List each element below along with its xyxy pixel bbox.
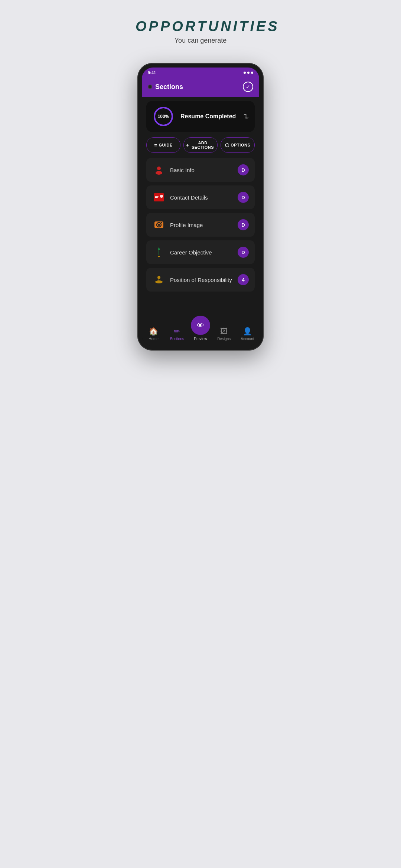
status-icons (244, 72, 253, 74)
phone-screen: 9:41 Sections ✓ (142, 68, 259, 346)
progress-card: 100% Resume Completed ⇅ (146, 101, 255, 132)
add-sections-button[interactable]: + ADD SECTIONS (183, 137, 218, 153)
svg-point-15 (157, 276, 160, 279)
guide-button[interactable]: ≡ GUIDE (146, 137, 180, 153)
section-item-profile-image[interactable]: Profile Image D (146, 213, 255, 237)
preview-eye-icon: 👁 (197, 321, 204, 330)
career-objective-badge: D (238, 247, 249, 258)
home-label: Home (149, 337, 159, 341)
preview-label: Preview (194, 337, 207, 341)
account-label: Account (241, 337, 254, 341)
position-responsibility-icon (152, 273, 166, 286)
progress-circle: 100% (152, 105, 175, 128)
header-left: Sections (148, 83, 183, 91)
add-icon: + (186, 142, 189, 148)
nav-home[interactable]: 🏠 Home (142, 327, 165, 341)
sort-icon[interactable]: ⇅ (243, 112, 249, 121)
career-objective-icon (152, 246, 166, 259)
nav-designs[interactable]: 🖼 Designs (212, 327, 236, 341)
position-responsibility-badge: 4 (238, 274, 249, 285)
section-item-career-objective[interactable]: Career Objective D (146, 240, 255, 264)
check-icon: ✓ (246, 84, 250, 90)
preview-button[interactable]: 👁 (191, 316, 210, 335)
options-button[interactable]: ⬡ OPTIONS (221, 137, 255, 153)
basic-info-badge: D (238, 164, 249, 175)
svg-point-10 (158, 224, 160, 226)
camera-dot (148, 85, 152, 89)
position-responsibility-label: Position of Responsibility (170, 277, 238, 283)
status-bar: 9:41 (142, 68, 259, 78)
add-sections-label: ADD SECTIONS (190, 141, 215, 149)
career-objective-label: Career Objective (170, 249, 238, 256)
guide-icon: ≡ (154, 142, 157, 148)
basic-info-icon (152, 163, 166, 177)
battery-icon (251, 72, 253, 74)
svg-point-3 (156, 171, 162, 175)
nav-account[interactable]: 👤 Account (236, 327, 259, 341)
svg-point-16 (155, 280, 163, 283)
progress-label: Resume Completed (180, 113, 237, 120)
guide-label: GUIDE (159, 143, 172, 147)
nav-preview[interactable]: 👁 Preview (189, 323, 212, 341)
home-icon: 🏠 (149, 327, 158, 336)
account-icon: 👤 (243, 327, 252, 336)
page-wrapper: OPPORTUNITIES You can generate 9:41 Sect… (128, 7, 273, 351)
contact-details-badge: D (238, 192, 249, 203)
bottom-nav: 🏠 Home ✏ Sections 👁 Preview 🖼 Designs (142, 320, 259, 346)
profile-image-icon (152, 218, 166, 231)
section-item-contact-details[interactable]: Contact Details D (146, 185, 255, 209)
contact-details-label: Contact Details (170, 194, 238, 201)
status-time: 9:41 (148, 70, 156, 75)
svg-point-7 (160, 195, 163, 198)
svg-rect-6 (155, 197, 158, 198)
app-header: Sections ✓ (142, 78, 259, 97)
sections-pencil-icon: ✏ (174, 327, 180, 336)
designs-icon: 🖼 (220, 327, 228, 336)
svg-marker-14 (157, 256, 160, 257)
header-section: OPPORTUNITIES You can generate (128, 7, 273, 52)
progress-percent: 100% (158, 114, 169, 119)
screen-content: 100% Resume Completed ⇅ ≡ GUIDE + ADD SE… (142, 97, 259, 320)
section-item-basic-info[interactable]: Basic Info D (146, 158, 255, 182)
profile-image-badge: D (238, 219, 249, 230)
contact-details-icon (152, 191, 166, 204)
app-title: OPPORTUNITIES (136, 19, 265, 34)
header-title: Sections (155, 83, 183, 91)
section-item-position-responsibility[interactable]: Position of Responsibility 4 (146, 268, 255, 292)
svg-point-11 (161, 222, 162, 223)
svg-rect-5 (155, 196, 159, 197)
app-subtitle: You can generate (136, 37, 265, 45)
phone-frame: 9:41 Sections ✓ (137, 63, 264, 351)
profile-image-label: Profile Image (170, 222, 238, 228)
action-buttons: ≡ GUIDE + ADD SECTIONS ⬡ OPTIONS (146, 137, 255, 153)
signal-icon (244, 72, 246, 74)
check-circle-button[interactable]: ✓ (243, 82, 253, 92)
sections-label: Sections (170, 337, 184, 341)
designs-label: Designs (217, 337, 231, 341)
nav-sections[interactable]: ✏ Sections (165, 327, 189, 341)
svg-rect-13 (159, 249, 159, 255)
svg-point-2 (157, 167, 161, 170)
basic-info-label: Basic Info (170, 167, 238, 173)
wifi-icon (247, 72, 250, 74)
options-label: OPTIONS (231, 143, 250, 147)
options-icon: ⬡ (225, 142, 229, 148)
